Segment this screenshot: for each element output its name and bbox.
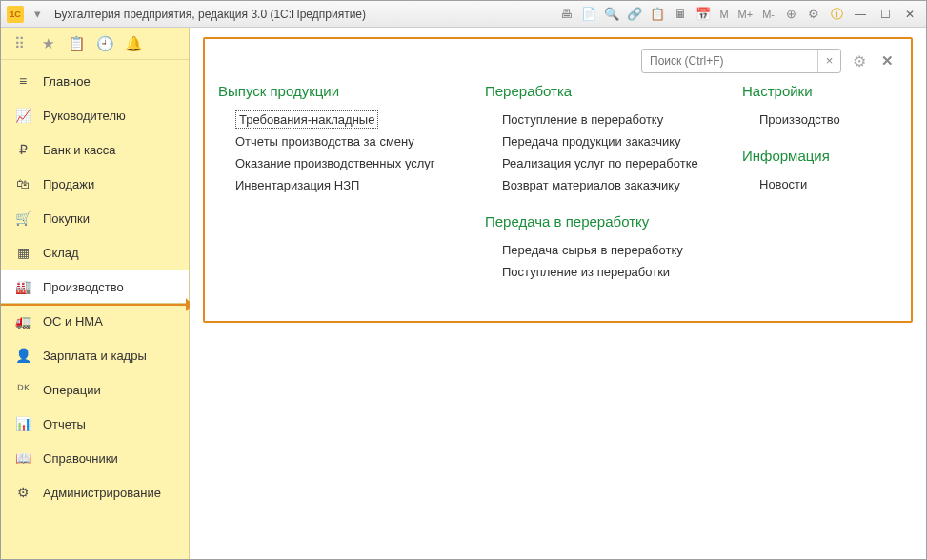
panel-close-button[interactable]: ✕ (877, 52, 897, 70)
sidebar-item-9[interactable]: ᴰᴷОперации (1, 372, 189, 407)
link-item[interactable]: Поступление из переработки (502, 261, 714, 283)
link-item[interactable]: Возврат материалов заказчику (502, 174, 714, 196)
sidebar-nav: ≡Главное📈Руководителю₽Банк и касса🛍Прода… (1, 60, 189, 513)
sidebar-item-3[interactable]: 🛍Продажи (1, 167, 189, 201)
link-item[interactable]: Инвентаризация НЗП (235, 174, 456, 196)
calc-icon[interactable]: 🖩 (671, 5, 690, 24)
app-window: 1C ▾ Бухгалтерия предприятия, редакция 3… (0, 0, 927, 560)
ruble-icon: ₽ (14, 141, 31, 158)
link-list: Поступление в переработкуПередача продук… (485, 109, 714, 196)
star-icon[interactable]: ★ (39, 35, 56, 52)
window-title: Бухгалтерия предприятия, редакция 3.0 (1… (54, 8, 366, 21)
bell-icon[interactable]: 🔔 (125, 35, 142, 52)
section-heading[interactable]: Информация (742, 148, 885, 164)
sidebar-item-label: Покупки (43, 211, 90, 226)
sidebar-item-label: Склад (43, 246, 79, 260)
menu-icon: ≡ (14, 72, 31, 90)
search-field[interactable]: × (641, 49, 841, 73)
link-item[interactable]: Отчеты производства за смену (235, 130, 456, 152)
link-list: Передача сырья в переработкуПоступление … (485, 239, 714, 283)
sidebar-item-label: ОС и НМА (43, 314, 103, 329)
mem-mplus[interactable]: M+ (736, 9, 756, 20)
section-heading[interactable]: Передача в переработку (485, 213, 714, 230)
calendar-icon[interactable]: 📅 (694, 5, 713, 24)
link-icon[interactable]: 🔗 (625, 5, 644, 24)
minimize-button[interactable]: — (850, 6, 871, 23)
sidebar-item-label: Отчеты (43, 417, 86, 431)
sidebar: ⠿ ★ 📋 🕘 🔔 ≡Главное📈Руководителю₽Банк и к… (1, 28, 190, 559)
grid-icon[interactable]: ⠿ (10, 35, 28, 52)
link-list: Требования-накладныеОтчеты производства … (218, 109, 456, 196)
help-icon[interactable]: ⓘ (827, 5, 846, 24)
link-item[interactable]: Требования-накладные (235, 110, 378, 129)
sidebar-item-label: Банк и касса (43, 143, 116, 157)
link-list: Новости (742, 173, 885, 195)
preview-icon[interactable]: 📄 (579, 5, 598, 24)
doc-icon[interactable]: 📋 (648, 5, 667, 24)
maximize-button[interactable]: ☐ (875, 6, 896, 23)
settings-gear-icon[interactable]: ⚙ (849, 52, 870, 70)
sidebar-item-4[interactable]: 🛒Покупки (1, 201, 189, 235)
link-item[interactable]: Реализация услуг по переработке (502, 152, 714, 174)
panel-column-2: НастройкиПроизводствоИнформацияНовости (742, 83, 885, 283)
active-indicator-arrow (1, 304, 190, 306)
tool-icon[interactable]: ⚙ (804, 5, 823, 24)
link-item[interactable]: Новости (759, 173, 885, 195)
link-list: Производство (742, 109, 885, 130)
link-item[interactable]: Передача сырья в переработку (502, 239, 714, 261)
sidebar-item-6[interactable]: 🏭Производство (1, 270, 189, 304)
dtkt-icon: ᴰᴷ (14, 381, 31, 398)
link-item[interactable]: Поступление в переработку (502, 109, 714, 130)
sidebar-item-2[interactable]: ₽Банк и касса (1, 132, 189, 167)
history-icon[interactable]: 🕘 (96, 35, 113, 52)
factory-icon: 🏭 (14, 278, 31, 295)
sidebar-item-8[interactable]: 👤Зарплата и кадры (1, 338, 189, 372)
link-item[interactable]: Оказание производственных услуг (235, 152, 456, 174)
section-heading[interactable]: Переработка (485, 83, 714, 99)
link-item[interactable]: Производство (759, 109, 885, 130)
sidebar-item-label: Главное (43, 74, 91, 89)
panel-column-0: Выпуск продукцииТребования-накладныеОтче… (218, 83, 456, 283)
trend-icon: 📈 (14, 107, 31, 124)
panel-column-1: ПереработкаПоступление в переработкуПере… (485, 83, 714, 283)
search-icon[interactable]: 🔍 (602, 5, 621, 24)
gear-icon: ⚙ (14, 484, 31, 501)
mem-mminus[interactable]: M- (759, 9, 777, 20)
chart-icon: 📊 (14, 415, 31, 432)
app-logo-icon: 1C (7, 6, 24, 23)
section-panel: × ⚙ ✕ Выпуск продукцииТребования-накладн… (203, 37, 913, 323)
sidebar-item-12[interactable]: ⚙Администрирование (1, 475, 189, 510)
section-heading[interactable]: Настройки (742, 83, 885, 99)
cart-icon: 🛒 (14, 210, 31, 227)
boxes-icon: ▦ (14, 244, 31, 261)
close-window-button[interactable]: ✕ (899, 6, 920, 23)
person-icon: 👤 (14, 347, 31, 364)
sidebar-item-label: Зарплата и кадры (43, 349, 147, 363)
print-icon[interactable]: 🖶 (556, 5, 575, 24)
sidebar-toolbar: ⠿ ★ 📋 🕘 🔔 (1, 28, 189, 60)
sidebar-item-5[interactable]: ▦Склад (1, 235, 189, 270)
sidebar-item-label: Операции (43, 383, 101, 397)
clipboard-icon[interactable]: 📋 (68, 35, 85, 52)
truck-icon: 🚛 (14, 312, 31, 330)
sidebar-item-label: Продажи (43, 177, 94, 191)
sidebar-item-label: Руководителю (43, 109, 126, 123)
sidebar-item-label: Производство (43, 280, 124, 294)
sidebar-item-label: Справочники (43, 451, 118, 466)
link-item[interactable]: Передача продукции заказчику (502, 130, 714, 152)
plus-icon[interactable]: ⊕ (781, 5, 800, 24)
search-input[interactable] (642, 54, 817, 68)
search-clear-button[interactable]: × (817, 50, 840, 72)
book-icon: 📖 (14, 450, 31, 467)
dropdown-icon[interactable]: ▾ (28, 5, 47, 24)
main-area: × ⚙ ✕ Выпуск продукцииТребования-накладн… (190, 28, 926, 559)
mem-m[interactable]: M (716, 9, 731, 20)
section-heading[interactable]: Выпуск продукции (218, 83, 456, 99)
sidebar-item-11[interactable]: 📖Справочники (1, 441, 189, 475)
sidebar-item-7[interactable]: 🚛ОС и НМА (1, 304, 189, 338)
sidebar-item-1[interactable]: 📈Руководителю (1, 98, 189, 132)
sidebar-item-0[interactable]: ≡Главное (1, 64, 189, 98)
sidebar-item-label: Администрирование (43, 486, 161, 500)
titlebar: 1C ▾ Бухгалтерия предприятия, редакция 3… (1, 1, 926, 28)
sidebar-item-10[interactable]: 📊Отчеты (1, 407, 189, 441)
